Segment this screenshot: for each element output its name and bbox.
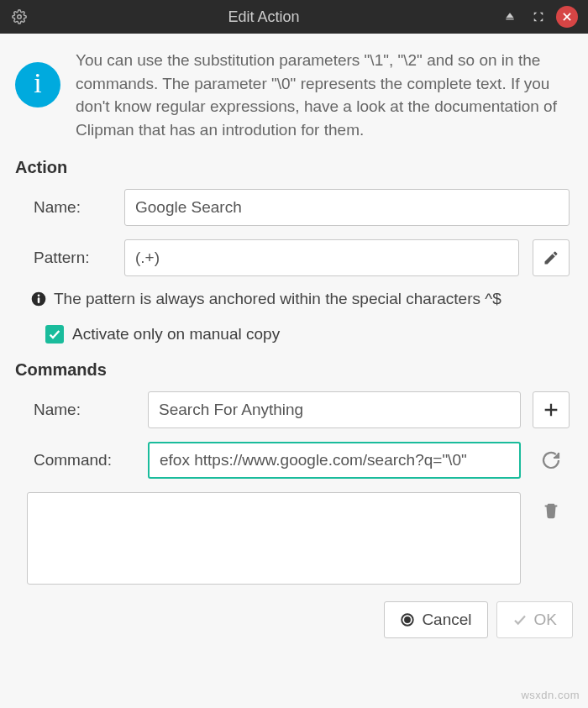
commands-section-header: Commands [15, 360, 573, 380]
window-shade-button[interactable] [499, 6, 521, 28]
pencil-icon [543, 249, 559, 266]
activate-checkbox-row[interactable]: Activate only on manual copy [27, 325, 570, 344]
window-close-button[interactable] [556, 6, 578, 28]
command-name-label: Name: [27, 401, 136, 419]
activate-checkbox[interactable] [45, 325, 64, 344]
cancel-button-label: Cancel [422, 611, 471, 629]
ok-button-label: OK [534, 611, 557, 629]
command-add-button[interactable] [533, 391, 570, 428]
action-pattern-row: Pattern: [27, 239, 570, 276]
watermark: wsxdn.com [521, 689, 580, 701]
cancel-icon [400, 612, 415, 627]
window-maximize-button[interactable] [528, 6, 549, 28]
window-title: Edit Action [35, 8, 492, 26]
command-name-input[interactable] [148, 391, 521, 428]
command-refresh-button[interactable] [533, 442, 570, 479]
action-name-row: Name: [27, 189, 570, 226]
footer-buttons: Cancel OK [15, 601, 573, 638]
refresh-icon [541, 450, 561, 470]
svg-point-0 [18, 15, 22, 19]
info-text: You can use the substitution parameters … [76, 49, 573, 141]
window-body: i You can use the substitution parameter… [0, 34, 588, 650]
info-icon: i [15, 62, 60, 108]
command-value-row: Command: [27, 442, 570, 479]
pattern-edit-button[interactable] [533, 239, 570, 276]
pattern-hint-text: The pattern is always anchored within th… [54, 290, 501, 308]
ok-button[interactable]: OK [496, 601, 573, 638]
command-delete-button[interactable] [533, 492, 570, 529]
titlebar: Edit Action [0, 0, 588, 34]
info-panel: i You can use the substitution parameter… [15, 49, 573, 141]
check-icon [512, 612, 528, 627]
command-list-area[interactable] [27, 492, 521, 585]
command-value-input[interactable] [148, 442, 521, 479]
plus-icon [542, 401, 560, 419]
command-value-label: Command: [27, 451, 136, 469]
action-name-input[interactable] [124, 189, 570, 226]
info-circle-icon [30, 291, 47, 307]
svg-point-6 [405, 617, 410, 622]
action-name-label: Name: [27, 198, 111, 217]
action-pattern-label: Pattern: [27, 249, 111, 267]
pattern-hint-row: The pattern is always anchored within th… [27, 290, 570, 308]
action-pattern-input[interactable] [124, 239, 519, 276]
svg-rect-1 [506, 18, 513, 19]
check-icon [48, 328, 61, 341]
trash-icon [542, 501, 560, 520]
command-name-row: Name: [27, 391, 570, 428]
activate-checkbox-label: Activate only on manual copy [72, 325, 280, 344]
svg-point-3 [38, 295, 40, 297]
action-section-header: Action [15, 158, 573, 177]
command-list-row [27, 492, 570, 585]
svg-rect-4 [38, 298, 40, 304]
cancel-button[interactable]: Cancel [384, 601, 487, 638]
gear-icon [10, 8, 29, 26]
